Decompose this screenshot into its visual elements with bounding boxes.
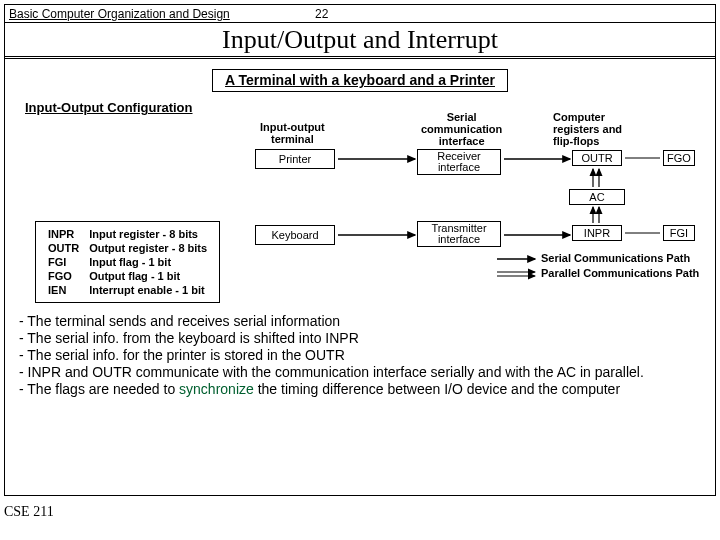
synchronize-text: synchronize	[179, 381, 254, 397]
title-rule	[5, 57, 715, 59]
note-1: - The terminal sends and receives serial…	[19, 313, 699, 330]
io-diagram: Input-output terminal Serial communicati…	[5, 117, 715, 307]
page-number: 22	[315, 7, 328, 21]
note-3: - The serial info. for the printer is st…	[19, 347, 699, 364]
note-5: - The flags are needed to synchronize th…	[19, 381, 699, 398]
notes-block: - The terminal sends and receives serial…	[19, 313, 699, 398]
subtitle: A Terminal with a keyboard and a Printer	[212, 69, 508, 92]
slide-title: Input/Output and Interrupt	[5, 23, 715, 57]
top-bar: Basic Computer Organization and Design 2…	[5, 5, 715, 23]
chapter-label: Basic Computer Organization and Design	[9, 7, 230, 21]
legend-parallel: Parallel Communications Path	[541, 267, 699, 279]
footer-course: CSE 211	[4, 504, 54, 520]
legend-serial: Serial Communications Path	[541, 252, 690, 264]
note-2: - The serial info. from the keyboard is …	[19, 330, 699, 347]
register-table: INPRInput register - 8 bits OUTROutput r…	[35, 221, 220, 303]
slide-frame: Basic Computer Organization and Design 2…	[4, 4, 716, 496]
note-4: - INPR and OUTR communicate with the com…	[19, 364, 699, 381]
